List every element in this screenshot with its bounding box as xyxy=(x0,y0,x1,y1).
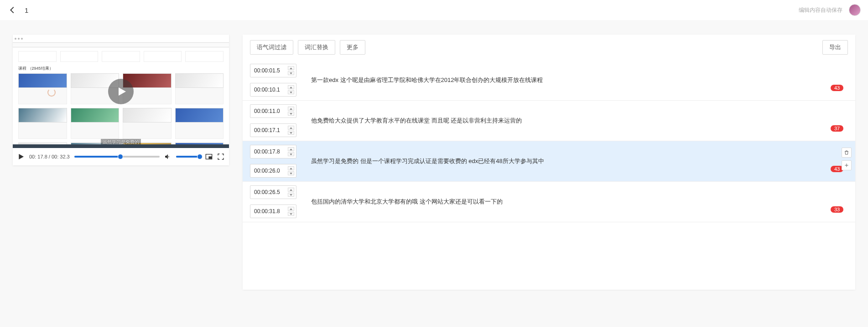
play-overlay-button[interactable] xyxy=(108,79,134,104)
loading-spinner-icon xyxy=(47,88,56,97)
end-time-field[interactable]: 00:00:17.1 xyxy=(250,123,296,137)
start-time-field[interactable]: 00:00:11.0 xyxy=(250,104,296,118)
end-time-field[interactable]: 00:00:31.8 xyxy=(250,204,296,218)
transcript-panel: 语气词过滤 词汇替换 更多 导出 00:00:01.5 00:00:10.1 xyxy=(243,35,855,290)
transcript-text[interactable]: 包括国内的清华大学和北京大学都有的哦 这个网站大家还是可以看一下的 xyxy=(302,185,819,218)
time-step-up[interactable] xyxy=(288,147,294,151)
pip-icon[interactable] xyxy=(205,153,213,160)
filter-filler-button[interactable]: 语气词过滤 xyxy=(250,40,293,55)
transcript-row[interactable]: 00:00:11.0 00:00:17.1 他免费给大众提供了大学教育水平的在线… xyxy=(243,101,855,141)
svg-rect-1 xyxy=(209,157,211,158)
avatar[interactable] xyxy=(849,4,861,16)
add-row-button[interactable]: ＋ xyxy=(842,160,852,170)
autosave-label: 编辑内容自动保存 xyxy=(799,6,842,14)
top-bar: 1 编辑内容自动保存 xyxy=(0,0,868,20)
fullscreen-icon[interactable] xyxy=(217,153,224,160)
start-time-field[interactable]: 00:00:01.5 xyxy=(250,64,296,77)
play-button[interactable] xyxy=(17,153,25,160)
volume-icon[interactable] xyxy=(164,153,172,160)
start-time-field[interactable]: 00:00:17.8 xyxy=(250,145,296,158)
end-time-field[interactable]: 00:00:10.1 xyxy=(250,83,296,97)
start-time-field[interactable]: 00:00:26.5 xyxy=(250,185,296,199)
time-step-down[interactable] xyxy=(288,212,294,216)
video-controls: 00: 17.8 / 00: 32.3 xyxy=(13,148,229,165)
time-step-up[interactable] xyxy=(288,207,294,211)
progress-slider[interactable] xyxy=(74,156,160,158)
time-step-up[interactable] xyxy=(288,166,294,170)
transcript-text[interactable]: 第一款edx 这个呢是由麻省理工学院和哈佛大学在2012年联合创办的大规模开放在… xyxy=(302,64,819,97)
char-count-badge: 43 xyxy=(831,85,843,91)
replace-vocab-button[interactable]: 词汇替换 xyxy=(298,40,335,55)
more-button[interactable]: 更多 xyxy=(340,40,365,55)
transcript-row[interactable]: 00:00:01.5 00:00:10.1 第一款edx 这个呢是由麻省理工学院… xyxy=(243,60,855,101)
time-step-up[interactable] xyxy=(288,188,294,192)
time-step-down[interactable] xyxy=(288,131,294,135)
time-step-down[interactable] xyxy=(288,152,294,156)
time-step-up[interactable] xyxy=(288,66,294,70)
time-step-down[interactable] xyxy=(288,71,294,75)
video-frame[interactable]: 课程 （2945结果） xyxy=(13,35,229,148)
playback-time: 00: 17.8 / 00: 32.3 xyxy=(29,154,70,159)
time-step-up[interactable] xyxy=(288,107,294,111)
char-count-badge: 33 xyxy=(831,206,843,213)
time-step-down[interactable] xyxy=(288,90,294,94)
video-card: 课程 （2945结果） xyxy=(13,35,229,165)
page-title: 1 xyxy=(25,6,28,14)
char-count-badge: 37 xyxy=(831,125,843,132)
time-step-down[interactable] xyxy=(288,112,294,116)
video-grid-label: 课程 （2945结果） xyxy=(18,66,223,72)
delete-row-button[interactable] xyxy=(842,148,852,158)
time-step-down[interactable] xyxy=(288,193,294,197)
time-step-up[interactable] xyxy=(288,85,294,89)
end-time-field[interactable]: 00:00:26.0 xyxy=(250,164,296,178)
export-button[interactable]: 导出 xyxy=(822,40,848,55)
transcript-toolbar: 语气词过滤 词汇替换 更多 导出 xyxy=(243,35,855,60)
volume-slider[interactable] xyxy=(176,156,201,158)
time-step-up[interactable] xyxy=(288,126,294,130)
transcript-text[interactable]: 虽然学习是免费的 但是一个课程学习完成认证是需要收费的 edx已经有48所大学参… xyxy=(302,145,819,178)
back-icon[interactable] xyxy=(7,5,17,15)
time-step-down[interactable] xyxy=(288,171,294,175)
transcript-row[interactable]: 00:00:26.5 00:00:31.8 包括国内的清华大学和北京大学都有的哦… xyxy=(243,182,855,222)
transcript-row[interactable]: 00:00:17.8 00:00:26.0 虽然学习是免费的 但是一个课程学习完… xyxy=(243,141,855,182)
transcript-text[interactable]: 他免费给大众提供了大学教育水平的在线课堂 而且呢 还是以非营利主持来运营的 xyxy=(302,104,819,137)
